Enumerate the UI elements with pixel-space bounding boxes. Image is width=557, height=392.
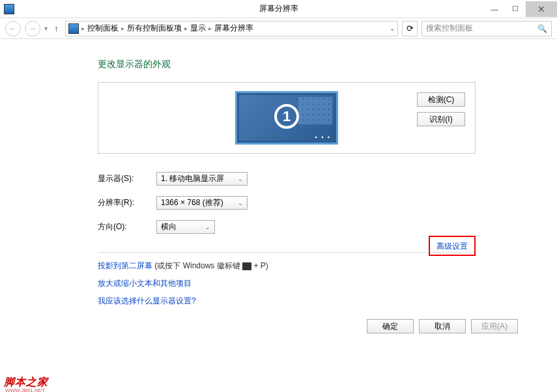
breadcrumb-item[interactable]: 所有控制面板项: [127, 23, 182, 34]
resolution-value: 1366 × 768 (推荐): [161, 197, 223, 208]
apply-button[interactable]: 应用(A): [471, 319, 518, 333]
maximize-button[interactable]: ☐: [505, 1, 526, 17]
search-placeholder: 搜索控制面板: [426, 23, 473, 34]
watermark-sub: WWW.JB51.NET: [5, 387, 45, 392]
monitor-thumbnail[interactable]: 1 • • •: [235, 91, 338, 145]
monitor-number-badge: 1: [274, 104, 299, 129]
chevron-right-icon: ▸: [120, 25, 126, 32]
project-key: + P): [253, 261, 268, 270]
ok-button[interactable]: 确定: [367, 319, 414, 333]
chevron-down-icon: ⌄: [238, 200, 243, 206]
display-preview-box: 1 • • • 检测(C) 识别(I): [98, 82, 476, 154]
display-label: 显示器(S):: [98, 173, 156, 184]
minimize-button[interactable]: —: [484, 1, 505, 17]
monitor-dots-icon: • • •: [315, 134, 331, 141]
resolution-label: 分辨率(R):: [98, 197, 156, 208]
chevron-down-icon: ⌄: [205, 224, 210, 231]
search-icon: 🔍: [537, 24, 547, 33]
display-select[interactable]: 1. 移动电脑显示屏 ⌄: [156, 172, 248, 186]
breadcrumb[interactable]: ▸ 控制面板 ▸ 所有控制面板项 ▸ 显示 ▸ 屏幕分辨率 ⌄: [65, 21, 398, 36]
orientation-select[interactable]: 横向 ⌄: [156, 220, 215, 234]
identify-button[interactable]: 识别(I): [417, 112, 465, 126]
chevron-down-icon: ⌄: [238, 176, 243, 182]
breadcrumb-item[interactable]: 屏幕分辨率: [214, 23, 253, 34]
breadcrumb-item[interactable]: 控制面板: [87, 23, 119, 34]
which-link[interactable]: 我应该选择什么显示器设置?: [98, 296, 196, 305]
advanced-settings-link[interactable]: 高级设置: [436, 242, 468, 251]
forward-button[interactable]: →: [25, 21, 40, 36]
advanced-settings-highlight: 高级设置: [429, 236, 476, 256]
up-button[interactable]: ↑: [51, 23, 61, 34]
titlebar: 屏幕分辨率 — ☐ ✕: [0, 0, 557, 18]
display-row: 显示器(S): 1. 移动电脑显示屏 ⌄: [98, 172, 557, 186]
window-controls: — ☐ ✕: [484, 1, 557, 17]
detect-button[interactable]: 检测(C): [417, 92, 465, 107]
close-button[interactable]: ✕: [526, 1, 557, 17]
divider: [98, 252, 476, 253]
navbar: ← → ▾ ↑ ▸ 控制面板 ▸ 所有控制面板项 ▸ 显示 ▸ 屏幕分辨率 ⌄ …: [0, 18, 557, 39]
project-line: 投影到第二屏幕 (或按下 Windows 徽标键 + P): [98, 260, 557, 272]
display-value: 1. 移动电脑显示屏: [161, 173, 224, 184]
monitor-icon: [68, 23, 79, 34]
page-heading: 更改显示器的外观: [98, 59, 557, 70]
project-link[interactable]: 投影到第二屏幕: [98, 261, 152, 270]
orientation-row: 方向(O): 横向 ⌄: [98, 220, 557, 234]
chevron-right-icon: ▸: [207, 25, 213, 32]
chevron-down-icon[interactable]: ⌄: [390, 25, 395, 32]
breadcrumb-item[interactable]: 显示: [190, 23, 206, 34]
footer-buttons: 确定 取消 应用(A): [367, 319, 518, 333]
project-text: (或按下 Windows 徽标键: [154, 261, 240, 270]
app-icon: [4, 4, 14, 14]
chevron-right-icon: ▸: [80, 25, 86, 32]
content-pane: 更改显示器的外观 1 • • • 检测(C) 识别(I) 显示器(S): 1. …: [0, 39, 557, 307]
textsize-link[interactable]: 放大或缩小文本和其他项目: [98, 279, 192, 288]
history-dropdown-icon[interactable]: ▾: [44, 25, 48, 32]
search-input[interactable]: 搜索控制面板 🔍: [421, 21, 552, 36]
which-line: 我应该选择什么显示器设置?: [98, 296, 557, 307]
monitor-grid-icon: [298, 97, 332, 124]
cancel-button[interactable]: 取消: [419, 319, 466, 333]
textsize-line: 放大或缩小文本和其他项目: [98, 278, 557, 289]
chevron-right-icon: ▸: [183, 25, 189, 32]
windows-key-icon: [242, 262, 251, 270]
resolution-row: 分辨率(R): 1366 × 768 (推荐) ⌄: [98, 196, 557, 210]
back-button[interactable]: ←: [5, 21, 21, 36]
orientation-label: 方向(O):: [98, 221, 156, 232]
resolution-select[interactable]: 1366 × 768 (推荐) ⌄: [156, 196, 248, 210]
refresh-button[interactable]: ⟳: [402, 21, 418, 36]
window-title: 屏幕分辨率: [259, 3, 298, 14]
orientation-value: 横向: [161, 221, 177, 232]
